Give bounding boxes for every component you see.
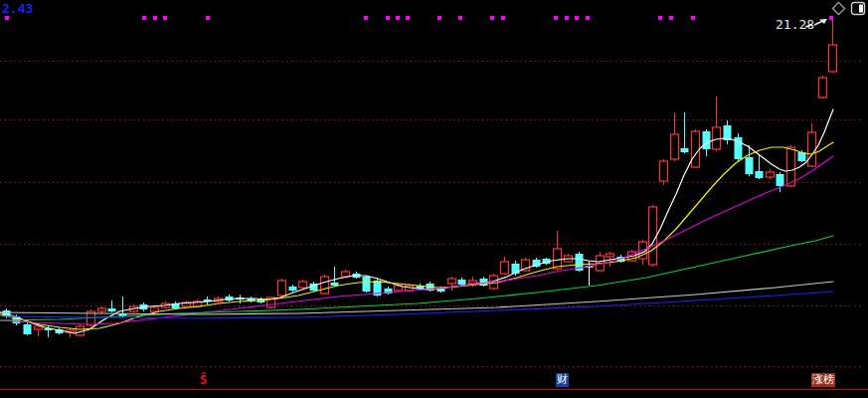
window-controls (831, 1, 866, 16)
ma-green (0, 236, 833, 320)
diamond-icon[interactable] (831, 1, 846, 16)
finance-badge[interactable]: 财 (556, 373, 569, 387)
trading-chart-window: 2.43 21.28 Ŝ 财 涨榜 (0, 0, 868, 398)
arrow-to-high-icon (803, 14, 831, 30)
bottom-separator-line (0, 389, 868, 390)
ma-yellow (0, 142, 833, 329)
left-price-label: 2.43 (2, 1, 33, 16)
fund-icon[interactable]: Ŝ (200, 373, 207, 387)
panel-toggle-icon[interactable] (850, 1, 866, 16)
candlestick-chart[interactable] (0, 0, 868, 398)
rising-list-badge[interactable]: 涨榜 (811, 373, 835, 387)
gridlines (0, 62, 862, 367)
event-dots (5, 16, 833, 20)
